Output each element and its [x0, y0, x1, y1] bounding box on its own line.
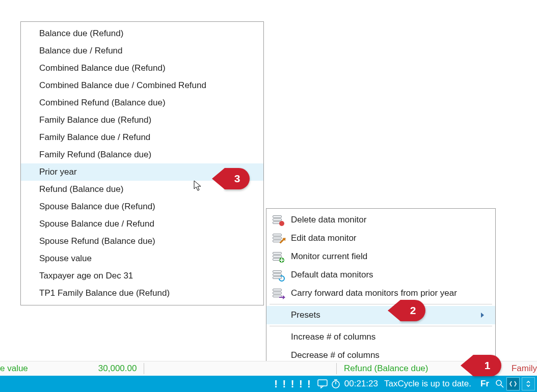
menu-presets[interactable]: Presets [266, 306, 495, 324]
preset-item[interactable]: Combined Refund (Balance due) [21, 94, 263, 111]
menu-label: Presets [289, 310, 481, 320]
menu-edit-data-monitor[interactable]: Edit data monitor [266, 229, 495, 247]
menu-default-data-monitors[interactable]: Default data monitors [266, 266, 495, 284]
menu-label: Delete data monitor [289, 215, 481, 225]
data-monitor-delete-icon [273, 215, 283, 225]
panel-toggle-left-icon[interactable] [506, 377, 520, 390]
preset-item[interactable]: Spouse Balance due (Refund) [21, 198, 263, 215]
preset-item[interactable]: Combined Balance due / Combined Refund [21, 77, 263, 94]
data-monitor-add-icon [273, 252, 283, 261]
monitor-divider [144, 363, 144, 374]
monitor-label: Family [512, 363, 537, 374]
stopwatch-icon[interactable] [329, 377, 342, 390]
menu-separator [270, 326, 492, 326]
update-status-text[interactable]: TaxCycle is up to date. [384, 379, 480, 389]
annotation-callout-2: 2 [400, 300, 425, 321]
monitor-label: e value [0, 363, 32, 374]
chat-icon[interactable] [316, 377, 329, 390]
preset-item[interactable]: Family Refund (Balance due) [21, 146, 263, 163]
annotation-callout-3: 3 [225, 168, 250, 189]
panel-toggle-right-icon[interactable] [522, 377, 535, 390]
menu-label: Carry forward data monitors from prior y… [289, 288, 481, 298]
menu-carry-forward[interactable]: Carry forward data monitors from prior y… [266, 284, 495, 302]
review-alerts-icon[interactable]: ! ! ! ! ! [274, 378, 316, 390]
menu-label: Decrease # of columns [289, 350, 481, 360]
menu-delete-data-monitor[interactable]: Delete data monitor [266, 211, 495, 229]
svg-rect-0 [318, 380, 327, 386]
preset-item[interactable]: Family Balance due / Refund [21, 129, 263, 146]
annotation-callout-1: 1 [473, 355, 501, 376]
menu-increase-columns[interactable]: Increase # of columns [266, 328, 495, 346]
data-monitor-edit-icon [273, 234, 283, 243]
menu-label: Monitor current field [289, 251, 481, 262]
zoom-icon[interactable] [493, 377, 506, 390]
submenu-arrow-icon [481, 313, 484, 318]
presets-submenu: Balance due (Refund) Balance due / Refun… [20, 21, 264, 305]
menu-label: Increase # of columns [289, 332, 481, 342]
data-monitor-bar[interactable]: e value 30,000.00 Refund (Balance due) 3… [0, 361, 537, 376]
menu-separator [270, 304, 492, 304]
monitor-divider [336, 363, 337, 374]
data-monitor-context-menu: Delete data monitor Edit data monitor Mo… [266, 208, 496, 367]
preset-item[interactable]: TP1 Family Balance due (Refund) [21, 285, 263, 302]
cursor-icon [193, 180, 203, 192]
menu-label: Edit data monitor [289, 233, 481, 243]
svg-point-2 [496, 380, 501, 385]
status-bar: ! ! ! ! ! 00:21:23 TaxCycle is up to dat… [0, 376, 537, 392]
timer-value[interactable]: 00:21:23 [342, 379, 384, 389]
preset-item[interactable]: Spouse value [21, 250, 263, 267]
preset-item[interactable]: Spouse Balance due / Refund [21, 215, 263, 233]
menu-monitor-current-field[interactable]: Monitor current field [266, 247, 495, 266]
preset-item[interactable]: Spouse Refund (Balance due) [21, 233, 263, 250]
menu-label: Default data monitors [289, 270, 481, 280]
preset-item[interactable]: Balance due (Refund) [21, 25, 263, 42]
data-monitor-carry-icon [273, 289, 283, 298]
data-monitor-default-icon [273, 270, 283, 279]
preset-item[interactable]: Balance due / Refund [21, 42, 263, 60]
monitor-value: 30,000.00 [98, 363, 137, 374]
language-toggle[interactable]: Fr [480, 379, 493, 389]
monitor-label: Refund (Balance due) [344, 363, 432, 374]
preset-item[interactable]: Combined Balance due (Refund) [21, 60, 263, 77]
preset-item[interactable]: Family Balance due (Refund) [21, 111, 263, 129]
preset-item[interactable]: Taxpayer age on Dec 31 [21, 267, 263, 285]
